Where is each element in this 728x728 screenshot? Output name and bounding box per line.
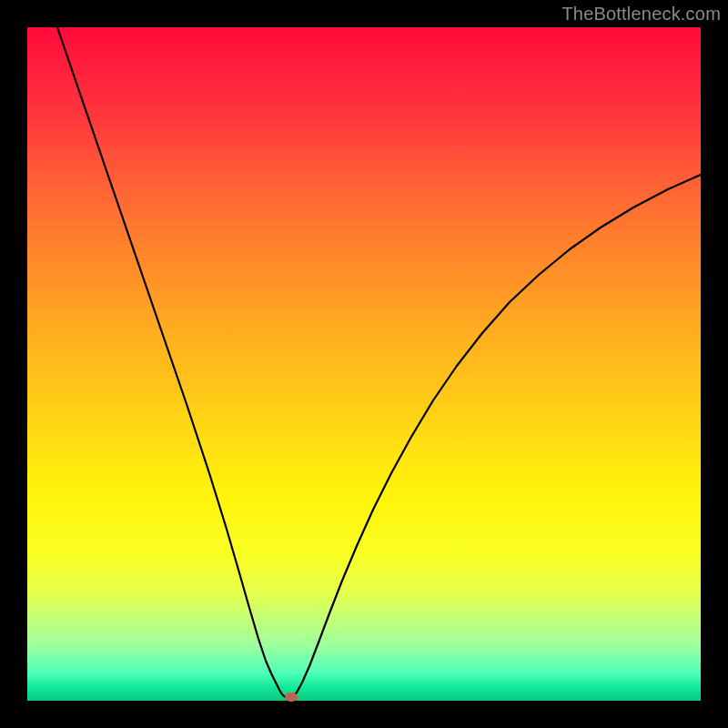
plot-area — [27, 27, 701, 701]
curve-path — [57, 27, 701, 697]
bottleneck-curve — [27, 27, 701, 701]
bottleneck-marker — [285, 693, 298, 702]
chart-frame: TheBottleneck.com — [0, 0, 728, 728]
watermark-text: TheBottleneck.com — [561, 4, 721, 25]
